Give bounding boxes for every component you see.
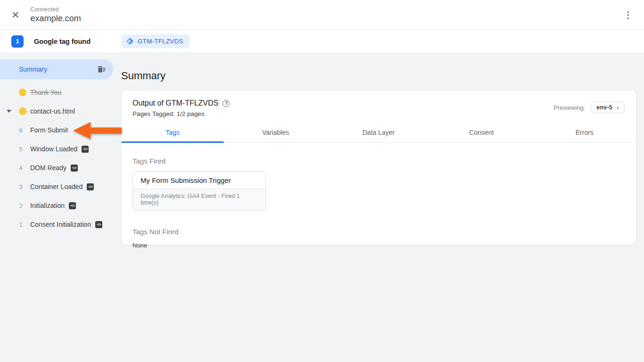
gtm-container-id: GTM-TFLZVDS [138, 38, 183, 45]
chevron-right-icon: › [617, 104, 619, 111]
connection-status: Connected [31, 6, 81, 13]
event-number: 2 [17, 202, 25, 209]
event-label: Initialization [30, 202, 65, 209]
tags-fired-heading: Tags Fired [132, 157, 625, 165]
event-label: Container Loaded [30, 183, 83, 190]
event-number: 6 [17, 127, 25, 134]
env-chip[interactable]: env-5 › [591, 102, 625, 113]
google-tag-bar: 1 Google tag found GTM-TFLZVDS [0, 30, 644, 53]
tag-assistant-window: ✕ Connected example.com ⋮ 1 Google tag f… [0, 0, 644, 362]
sidebar-page-thank-you[interactable]: Thank You [0, 83, 113, 102]
output-card-header: Output of GTM-TFLZVDS ? Pages Tagged: 1/… [121, 90, 636, 117]
collapse-arrow-icon[interactable] [7, 110, 11, 113]
env-name: env-5 [596, 104, 612, 111]
output-card-title: Output of GTM-TFLZVDS [132, 99, 218, 107]
fired-tag-card[interactable]: My Form Submission Trigger Google Analyt… [132, 171, 266, 211]
tag-count-badge: 1 [11, 35, 24, 48]
sidebar-event-form-submit[interactable]: 6 Form Submit [0, 121, 113, 140]
code-icon: <> [95, 221, 102, 228]
sidebar-item-summary[interactable]: Summary [0, 59, 113, 79]
code-icon: <> [82, 146, 89, 153]
code-icon: <> [69, 202, 76, 209]
fired-tag-detail: Google Analytics: GA4 Event - Fired 1 ti… [133, 189, 265, 210]
event-label: Form Submit [30, 126, 68, 134]
event-label: DOM Ready [30, 164, 66, 172]
tags-not-fired-value: None [132, 242, 625, 249]
sidebar-event-initialization[interactable]: 2 Initialization <> [0, 196, 113, 215]
tab-tags[interactable]: Tags [121, 124, 224, 142]
sidebar-event-dom-ready[interactable]: 4 DOM Ready <> [0, 158, 113, 177]
event-number: 1 [17, 221, 25, 228]
code-icon: <> [87, 183, 94, 190]
tab-errors[interactable]: Errors [533, 124, 636, 142]
pages-tagged-label: Pages Tagged: 1/2 pages [132, 110, 230, 117]
tab-consent[interactable]: Consent [430, 124, 533, 142]
sidebar-event-list: Thank You contact-us.html 6 Form Submit … [0, 83, 113, 234]
sidebar-event-container-loaded[interactable]: 3 Container Loaded <> [0, 177, 113, 196]
tags-not-fired-heading: Tags Not Fired [132, 228, 625, 236]
page-title: Summary [121, 70, 636, 82]
gtm-logo-icon [126, 37, 134, 45]
summary-panel: Summary Output of GTM-TFLZVDS ? Pages Ta… [113, 53, 644, 362]
sidebar-page-contact-us[interactable]: contact-us.html [0, 102, 113, 121]
help-icon[interactable]: ? [223, 100, 230, 107]
fired-tag-name: My Form Submission Trigger [133, 172, 265, 189]
content-area: Summary Thank You contact-us.html [0, 53, 644, 362]
event-number: 4 [17, 165, 25, 172]
sidebar-event-consent-initialization[interactable]: 1 Consent Initialization <> [0, 215, 113, 234]
connection-header: ✕ Connected example.com ⋮ [0, 0, 644, 30]
gtm-container-chip[interactable]: GTM-TFLZVDS [121, 34, 190, 48]
page-label: Thank You [30, 89, 61, 96]
event-number: 3 [17, 183, 25, 190]
output-tabs: Tags Variables Data Layer Consent Errors [121, 124, 636, 143]
event-label: Window Loaded [30, 145, 77, 153]
summary-label: Summary [19, 66, 47, 73]
event-sidebar: Summary Thank You contact-us.html [0, 53, 113, 362]
page-status-dot-icon [19, 89, 26, 96]
google-tag-found-label: Google tag found [34, 38, 121, 45]
more-menu-icon[interactable]: ⋮ [624, 10, 633, 19]
tab-variables[interactable]: Variables [224, 124, 327, 142]
event-label: Consent Initialization [30, 221, 91, 228]
connected-domain: example.com [31, 14, 81, 24]
close-icon[interactable]: ✕ [11, 10, 20, 20]
page-label: contact-us.html [30, 107, 75, 115]
code-icon: <> [71, 165, 78, 172]
previewing-label: Previewing: [553, 104, 585, 111]
sidebar-event-window-loaded[interactable]: 5 Window Loaded <> [0, 140, 113, 158]
page-status-dot-icon [19, 107, 26, 115]
connection-info: Connected example.com [31, 6, 81, 24]
tags-tab-content: Tags Fired My Form Submission Trigger Go… [121, 143, 636, 249]
output-card: Output of GTM-TFLZVDS ? Pages Tagged: 1/… [121, 90, 636, 245]
clear-events-icon[interactable] [97, 65, 107, 74]
tab-data-layer[interactable]: Data Layer [327, 124, 430, 142]
event-number: 5 [17, 146, 25, 153]
